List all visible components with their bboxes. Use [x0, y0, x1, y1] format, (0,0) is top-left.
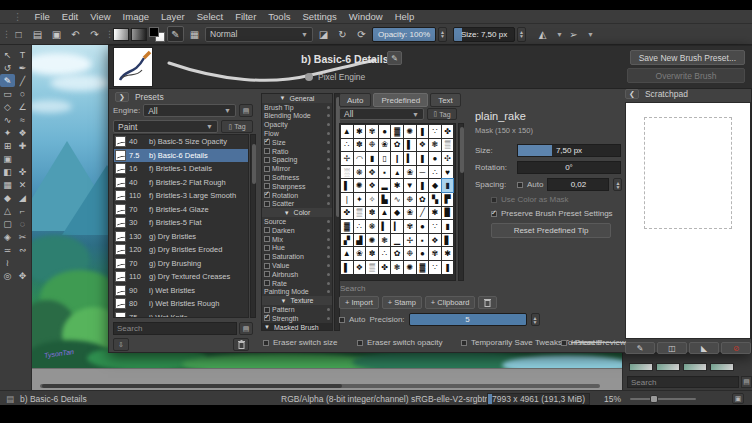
mirror-dropdown-caret[interactable]: ▼ — [556, 31, 563, 38]
brush-tip-cell[interactable]: ∴ — [354, 220, 366, 233]
preset-list-item[interactable]: 7.5b) Basic-6 Details — [114, 149, 248, 163]
delete-preset-button[interactable] — [233, 338, 249, 351]
preset-view-mode-button[interactable]: ▤ — [239, 104, 253, 117]
brush-tip-cell[interactable]: ▒ — [442, 139, 454, 152]
brush-option-hue[interactable]: Hue — [262, 244, 332, 253]
brush-option-mirror[interactable]: Mirror — [262, 164, 332, 173]
polyline-tool-icon[interactable]: ∠ — [15, 100, 30, 113]
brush-option-airbrush[interactable]: Airbrush — [262, 270, 332, 279]
shape-select-tool-icon[interactable]: ↖ — [0, 48, 15, 61]
brush-tip-cell[interactable]: ❀ — [354, 247, 366, 260]
brush-tip-cell[interactable]: ✧ — [366, 193, 378, 206]
brush-tip-cell[interactable]: ▛ — [442, 193, 454, 206]
brush-tip-cell[interactable]: ◆ — [429, 179, 441, 192]
brush-tip-cell[interactable]: ❙ — [391, 152, 403, 165]
brush-option-sharpness[interactable]: Sharpness — [262, 182, 332, 191]
brush-tip-cell[interactable]: ◆ — [391, 207, 403, 220]
crop-tool-icon[interactable]: ▣ — [0, 152, 15, 165]
brush-tip-cell[interactable]: ∵ — [429, 261, 441, 274]
scratchpad-fill-preview-button[interactable]: ◫ — [657, 342, 687, 354]
preset-list-item[interactable]: 80i) Wet Bristles Rough — [114, 297, 248, 311]
open-document-button[interactable]: ▤ — [29, 26, 46, 42]
size-slider[interactable]: Size: 7,50 px — [453, 27, 515, 42]
brush-tip-cell[interactable]: ✿ — [391, 247, 403, 260]
brush-tip-cell[interactable]: ❉ — [404, 247, 416, 260]
overwrite-brush-button[interactable]: Overwrite Brush — [627, 68, 745, 83]
scratchpad-collapse-icon[interactable]: ❮ — [625, 89, 639, 99]
refresh-button[interactable]: ⟳ — [353, 26, 370, 42]
brush-tip-cell[interactable]: ▲ — [341, 247, 353, 260]
brush-tip-cell[interactable]: ● — [429, 152, 441, 165]
pan-tool-icon[interactable]: ✥ — [15, 269, 30, 282]
brush-tip-cell[interactable]: ❚ — [442, 261, 454, 274]
fill-tool-icon[interactable]: ◆ — [0, 191, 15, 204]
brush-option-value[interactable]: Value — [262, 261, 332, 270]
brush-tip-cell[interactable]: ▁ — [391, 234, 403, 247]
import-resource-button[interactable]: ⇩ — [113, 338, 129, 351]
edit-shapes-tool-icon[interactable]: ↺ — [0, 61, 15, 74]
brush-tip-cell[interactable]: ❋ — [366, 220, 378, 233]
menu-view[interactable]: View — [85, 11, 115, 22]
preset-list-item[interactable]: 90i) Wet Bristles — [114, 284, 248, 298]
brush-tip-cell[interactable]: ▞ — [341, 234, 353, 247]
brush-tip-cell[interactable]: ✦ — [354, 193, 366, 206]
freehand-path-tool-icon[interactable]: ≈ — [15, 113, 30, 126]
toolbar-handle-2[interactable]: ⋮ — [105, 29, 111, 39]
scratchpad-canvas[interactable] — [625, 102, 751, 339]
preset-list-item[interactable]: 110f) Bristles-3 Large Smooth — [114, 189, 248, 203]
rectangle-tool-icon[interactable]: ▭ — [0, 87, 15, 100]
brush-tip-cell[interactable]: ✺ — [404, 125, 416, 138]
brush-tip-cell[interactable]: ▒ — [366, 261, 378, 274]
zoom-slider[interactable] — [630, 398, 696, 400]
scratchpad-paint-button[interactable]: ✎ — [625, 342, 655, 354]
brush-tip-cell[interactable]: ❖ — [417, 139, 429, 152]
brush-tip-cell[interactable]: ● — [417, 220, 429, 233]
bezier-curve-tool-icon[interactable]: ∿ — [0, 113, 15, 126]
save-new-brush-preset-button[interactable]: Save New Brush Preset... — [630, 50, 745, 65]
brush-option-general[interactable]: ▼General — [262, 94, 332, 103]
brush-tip-cell[interactable]: ▯ — [379, 152, 391, 165]
dynamic-brush-tool-icon[interactable]: ✦ — [0, 126, 15, 139]
gradient-swatch-light[interactable] — [113, 28, 129, 41]
ellipse-select-tool-icon[interactable]: ◌ — [15, 217, 30, 230]
preset-list-item[interactable]: 16f) Bristles-1 Details — [114, 162, 248, 176]
menu-settings[interactable]: Settings — [298, 11, 342, 22]
brush-option-pattern[interactable]: Pattern — [262, 305, 332, 314]
scratchpad-reset-button[interactable]: ⊘ — [721, 342, 751, 354]
brush-tip-cell[interactable]: ▓ — [391, 125, 403, 138]
brush-tip-cell[interactable]: ▲ — [379, 207, 391, 220]
brush-tip-cell[interactable]: ▲ — [341, 125, 353, 138]
brush-tip-cell[interactable]: ▼ — [404, 179, 416, 192]
brush-tip-cell[interactable]: ❚ — [417, 125, 429, 138]
brush-tip-cell[interactable]: ❃ — [379, 234, 391, 247]
brush-tip-cell[interactable]: ✺ — [354, 179, 366, 192]
stamp-tip-button[interactable]: + Stamp — [382, 296, 422, 309]
detail-spacing-spinbox[interactable]: 0,02 — [547, 178, 609, 191]
magnetic-select-tool-icon[interactable]: ≀ — [0, 256, 15, 269]
brush-option-source[interactable]: Source — [262, 217, 332, 226]
wrap-around-button[interactable]: ➢ — [565, 26, 582, 42]
blending-mode-dropdown[interactable]: Normal▼ — [205, 27, 313, 42]
horizontal-scrollbar[interactable] — [40, 384, 600, 388]
assistants-tool-icon[interactable]: △ — [0, 204, 15, 217]
brush-tip-cell[interactable]: ❀ — [404, 207, 416, 220]
polygon-tool-icon[interactable]: ◇ — [0, 100, 15, 113]
canvas-only-mode-button[interactable]: ▣ — [732, 393, 744, 404]
precision-spinner[interactable]: ▲▼ — [531, 313, 540, 326]
brush-tip-cell[interactable]: ✣ — [442, 152, 454, 165]
brush-option-saturation[interactable]: Saturation — [262, 252, 332, 261]
brush-tip-cell[interactable]: ∴ — [429, 166, 441, 179]
brush-tip-cell[interactable]: ❖ — [429, 234, 441, 247]
brush-tip-cell[interactable]: ✺ — [404, 261, 416, 274]
tip-tab-text[interactable]: Text — [430, 93, 461, 107]
text-tool-icon[interactable]: T — [15, 48, 30, 61]
opacity-spinner[interactable]: ▲▼ — [438, 27, 447, 42]
preset-list-item[interactable]: 120g) Dry Bristles Eroded — [114, 243, 248, 257]
brush-tip-cell[interactable]: ✱ — [429, 207, 441, 220]
brush-tip-cell[interactable]: ─ — [417, 166, 429, 179]
brush-option-texture[interactable]: ▼Texture — [262, 296, 332, 305]
brush-option-blending-mode[interactable]: Blending Mode — [262, 112, 332, 121]
brush-tip-cell[interactable]: ▋ — [442, 234, 454, 247]
scratchpad-fill-gradient-button[interactable]: ◣ — [689, 342, 719, 354]
preset-list-item[interactable]: 130g) Dry Bristles — [114, 230, 248, 244]
